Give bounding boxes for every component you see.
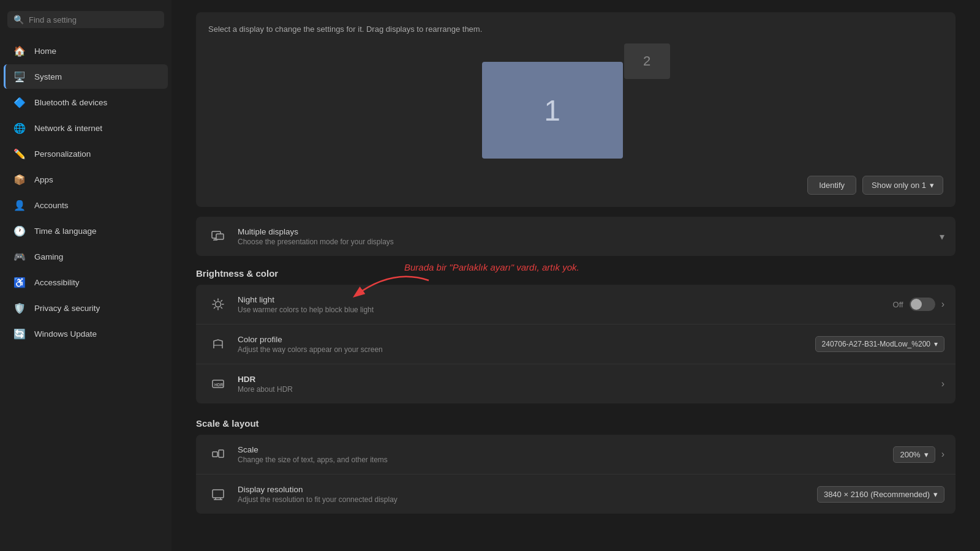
svg-line-10 [221,307,222,309]
sidebar-item-label: Network & internet [34,124,102,133]
sidebar-item-network[interactable]: 🌐 Network & internet [4,116,168,140]
sidebar-item-bluetooth[interactable]: 🔷 Bluetooth & devices [4,90,168,114]
sidebar-item-home[interactable]: 🏠 Home [4,39,168,63]
color-profile-dropdown[interactable]: 240706-A27-B31-ModLow_%200 ▾ [815,336,944,352]
chevron-down-icon: ▾ [940,231,944,242]
monitor-2[interactable]: 2 [624,43,670,79]
main-content: Select a display to change the settings … [172,0,980,551]
color-profile-value: 240706-A27-B31-ModLow_%200 [822,340,930,348]
sidebar-item-privacy[interactable]: 🛡️ Privacy & security [4,296,168,320]
scale-row[interactable]: Scale Change the size of text, apps, and… [196,435,956,474]
scale-icon [207,443,229,465]
multiple-displays-icon [207,225,229,247]
svg-rect-17 [219,450,224,457]
accounts-icon: 👤 [13,199,26,211]
sidebar-item-apps[interactable]: 📦 Apps [4,167,168,192]
scale-dropdown[interactable]: 200% ▾ [893,446,935,463]
chevron-down-icon: ▾ [933,490,938,499]
hdr-sub: More about HDR [238,385,293,394]
sidebar-item-update[interactable]: 🔄 Windows Update [4,321,168,346]
chevron-right-icon: › [941,449,944,460]
network-icon: 🌐 [13,122,26,134]
privacy-icon: 🛡️ [13,302,26,314]
search-box[interactable]: 🔍 [7,11,164,28]
sidebar-item-gaming[interactable]: 🎮 Gaming [4,244,168,269]
monitor-1-label: 1 [544,94,560,127]
color-profile-title: Color profile [238,335,383,344]
search-input[interactable] [29,15,158,24]
svg-point-4 [216,302,221,307]
show-only-button[interactable]: Show only on 1 ▾ [862,176,943,195]
show-only-label: Show only on 1 [872,181,926,190]
sidebar-item-label: Windows Update [34,329,97,339]
svg-rect-18 [213,490,224,498]
svg-text:HDR: HDR [214,383,223,387]
identify-button[interactable]: Identify [807,176,856,195]
chevron-down-icon: ▾ [924,450,929,459]
sidebar-item-label: System [34,72,62,81]
search-icon: 🔍 [13,15,24,24]
svg-line-11 [221,301,222,302]
sidebar-item-label: Accounts [34,201,69,210]
resolution-dropdown[interactable]: 3840 × 2160 (Recommended) ▾ [817,486,944,503]
bluetooth-icon: 🔷 [13,96,26,108]
accessibility-icon: ♿ [13,276,26,288]
svg-line-12 [214,307,216,309]
scale-layout-section: Scale & layout Scale Change the size of … [196,418,956,514]
multiple-displays-row[interactable]: Multiple displays Choose the presentatio… [196,217,956,256]
sidebar: 🔍 🏠 Home 🖥️ System 🔷 Bluetooth & devices… [0,0,172,551]
sidebar-item-personalization[interactable]: ✏️ Personalization [4,141,168,166]
svg-line-9 [214,301,216,302]
multiple-displays-sub: Choose the presentation mode for your di… [238,238,394,246]
hdr-icon: HDR [207,373,229,395]
resolution-row[interactable]: Display resolution Adjust the resolution… [196,474,956,514]
scale-layout-header: Scale & layout [196,418,956,429]
scale-title: Scale [238,445,388,454]
color-profile-icon [207,333,229,355]
toggle-thumb [911,299,922,310]
sidebar-item-label: Gaming [34,252,63,261]
resolution-sub: Adjust the resolution to fit your connec… [238,495,398,504]
update-icon: 🔄 [13,328,26,340]
sidebar-item-label: Home [34,47,56,56]
night-light-row[interactable]: Night light Use warmer colors to help bl… [196,285,956,324]
resolution-title: Display resolution [238,485,398,494]
system-icon: 🖥️ [13,70,26,83]
night-light-toggle[interactable] [910,298,935,311]
sidebar-item-time[interactable]: 🕐 Time & language [4,219,168,243]
scale-sub: Change the size of text, apps, and other… [238,455,388,464]
night-light-value: Off [893,300,903,309]
scale-value: 200% [900,450,920,459]
time-icon: 🕐 [13,225,26,237]
chevron-down-icon: ▾ [934,340,938,348]
home-icon: 🏠 [13,45,26,57]
chevron-right-icon: › [941,378,944,389]
display-hint: Select a display to change the settings … [208,24,943,34]
sidebar-item-label: Personalization [34,149,91,159]
sidebar-item-label: Accessibility [34,278,80,287]
gaming-icon: 🎮 [13,250,26,263]
monitor-1[interactable]: 1 [482,62,623,159]
hdr-row[interactable]: HDR HDR More about HDR › [196,364,956,403]
sidebar-item-accounts[interactable]: 👤 Accounts [4,193,168,217]
night-light-sub: Use warmer colors to help block blue lig… [238,305,374,314]
night-light-icon [207,293,229,315]
chevron-down-icon: ▾ [930,181,934,190]
resolution-icon [207,483,229,505]
multiple-displays-title: Multiple displays [238,227,394,236]
brightness-color-section: Brightness & color Burada bir "Parlaklık… [196,268,956,403]
svg-rect-16 [213,452,217,457]
chevron-right-icon: › [941,299,944,310]
color-profile-row[interactable]: Color profile Adjust the way colors appe… [196,324,956,364]
sidebar-item-label: Bluetooth & devices [34,98,107,107]
sidebar-item-system[interactable]: 🖥️ System [4,64,168,89]
sidebar-item-accessibility[interactable]: ♿ Accessibility [4,270,168,294]
sidebar-item-label: Privacy & security [34,304,100,313]
display-area: Select a display to change the settings … [196,12,956,207]
sidebar-item-label: Apps [34,175,53,184]
resolution-value: 3840 × 2160 (Recommended) [824,490,930,499]
color-profile-sub: Adjust the way colors appear on your scr… [238,345,383,354]
monitor-buttons: Identify Show only on 1 ▾ [208,176,943,195]
monitor-2-label: 2 [643,53,650,69]
svg-rect-1 [216,234,224,239]
